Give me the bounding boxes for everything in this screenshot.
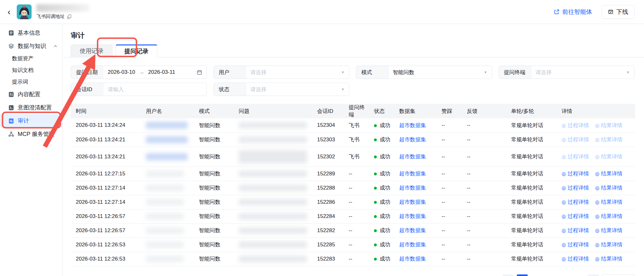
status-dot	[374, 201, 377, 204]
process-detail-link[interactable]: ◎过程详情	[562, 170, 589, 177]
cell-mode: 智能问数	[194, 118, 234, 132]
page-number-3[interactable]: 3	[545, 274, 556, 276]
cell-terminal: --	[344, 238, 369, 252]
cell-question	[234, 252, 312, 266]
prev-page-icon[interactable]: ‹	[503, 274, 514, 276]
dataset-link[interactable]: 超市数据集	[399, 199, 426, 205]
audit-table: 时间用户名模式问题会话ID提问终端状态数据集赞踩反馈单轮/多轮详情 2026-0…	[71, 104, 635, 266]
page-number-5[interactable]: 5	[574, 274, 585, 276]
cell-dataset: 超市数据集	[394, 167, 436, 181]
column-header: 反馈	[462, 104, 506, 118]
filter-date-range[interactable]: 提问日期 2026-03-10 → 2026-03-11	[71, 66, 207, 79]
filter-status[interactable]: 状态 请选择 ▼	[214, 83, 350, 96]
process-detail-link[interactable]: ◎过程详情	[562, 198, 589, 206]
table-row: 2026-03-11 12:27:15智能问数152289--成功超市数据集--…	[71, 167, 635, 181]
cell-status: 成功	[369, 181, 394, 195]
process-detail-link[interactable]: ◎过程详情	[562, 213, 589, 220]
dataset-link[interactable]: 超市数据集	[399, 154, 426, 160]
process-detail-link[interactable]: ◎过程详情	[562, 153, 589, 160]
blurred-question	[239, 185, 307, 191]
eye-icon: ◎	[595, 137, 599, 143]
status-dot	[374, 244, 377, 246]
filter-session-id[interactable]: 会话ID 请输入	[71, 83, 207, 96]
process-detail-link[interactable]: ◎过程详情	[562, 227, 589, 234]
dataset-link[interactable]: 超市数据集	[399, 256, 426, 262]
eye-icon: ◎	[562, 227, 566, 233]
dataset-link[interactable]: 超市数据集	[399, 171, 426, 177]
result-detail-link[interactable]: ◎结果详情	[595, 136, 623, 143]
calendar-icon[interactable]	[197, 70, 202, 75]
sidebar-item-基本信息[interactable]: 基本信息	[0, 26, 63, 39]
result-detail-link[interactable]: ◎结果详情	[595, 227, 623, 234]
eye-icon: ◎	[562, 122, 566, 128]
cell-dataset: 超市数据集	[394, 209, 436, 223]
blurred-question	[239, 256, 307, 262]
goto-agent-label: 前往智能体	[562, 8, 592, 16]
filter-terminal[interactable]: 提问终端 请选择 ▼	[499, 66, 635, 79]
cell-details: ◎过程详情◎结果详情	[557, 132, 635, 147]
sidebar-item-知识文档[interactable]: 知识文档	[0, 64, 63, 76]
sidebar-item-MCP 服务管理[interactable]: MCP 服务管理	[0, 127, 63, 141]
result-detail-link[interactable]: ◎结果详情	[595, 255, 623, 262]
date-end-value[interactable]: 2026-03-11	[148, 69, 175, 75]
sidebar-item-审计[interactable]: 审计	[0, 114, 63, 127]
filter-user[interactable]: 用户 请选择 ▼	[214, 66, 350, 79]
result-detail-link[interactable]: ◎结果详情	[595, 122, 623, 129]
sidebar-item-意图澄清配置[interactable]: 意图澄清配置	[0, 101, 63, 114]
page-size-select[interactable]: 10 条/页 ▼	[602, 274, 635, 276]
page-number-2[interactable]: 2	[531, 274, 542, 276]
cell-time: 2026-03-11 12:26:57	[71, 209, 141, 223]
process-detail-link[interactable]: ◎过程详情	[562, 255, 589, 262]
cell-mode: 智能问数	[194, 147, 234, 167]
cell-session-id: 152285	[312, 238, 344, 252]
dataset-link[interactable]: 超市数据集	[399, 137, 426, 143]
page-number-1[interactable]: 1	[517, 274, 528, 276]
process-detail-link[interactable]: ◎过程详情	[562, 122, 589, 129]
filter-date-label: 提问日期	[71, 66, 103, 79]
sidebar-item-提示词[interactable]: 提示词	[0, 76, 63, 88]
result-detail-link[interactable]: ◎结果详情	[595, 153, 623, 160]
process-detail-link[interactable]: ◎过程详情	[562, 136, 589, 143]
tab-question-record[interactable]: 提问记录	[116, 44, 157, 57]
page-number-4[interactable]: 4	[559, 274, 570, 276]
sidebar-item-数据资产[interactable]: 数据资产	[0, 53, 63, 64]
cell-session-id: 152302	[312, 147, 344, 167]
offline-button[interactable]: 下线	[602, 5, 635, 19]
cell-status: 成功	[369, 238, 394, 252]
date-start-value[interactable]: 2026-03-10	[108, 69, 135, 75]
blurred-question	[239, 150, 307, 163]
back-icon[interactable]: ‹	[8, 8, 10, 16]
dropdown-caret-icon: ▼	[341, 87, 345, 91]
filter-mode[interactable]: 模式 智能问数 ▼	[356, 66, 492, 79]
cell-session-id: 152282	[312, 223, 344, 238]
page-title: 审计	[71, 31, 635, 40]
result-detail-link[interactable]: ◎结果详情	[595, 184, 623, 191]
result-detail-link[interactable]: ◎结果详情	[595, 213, 623, 220]
dataset-link[interactable]: 超市数据集	[399, 122, 426, 128]
user-placeholder: 请选择	[250, 69, 267, 76]
cell-feedback: --	[462, 181, 506, 195]
blurred-username	[146, 199, 184, 205]
cell-question	[234, 195, 312, 209]
dataset-link[interactable]: 超市数据集	[399, 242, 426, 248]
result-detail-link[interactable]: ◎结果详情	[595, 241, 623, 248]
dataset-link[interactable]: 超市数据集	[399, 185, 426, 191]
process-detail-link[interactable]: ◎过程详情	[562, 241, 589, 248]
dataset-link[interactable]: 超市数据集	[399, 227, 426, 233]
result-detail-link[interactable]: ◎结果详情	[595, 170, 623, 177]
sidebar-item-内容配置[interactable]: 内容配置	[0, 88, 63, 101]
status-dot	[374, 229, 377, 232]
cell-details: ◎过程详情◎结果详情	[557, 252, 635, 266]
chevron-up-icon[interactable]	[53, 44, 57, 48]
tab-usage-record[interactable]: 使用记录	[71, 44, 112, 57]
goto-agent-link[interactable]: 前往智能体	[554, 8, 592, 16]
cell-question	[234, 118, 312, 132]
cell-time: 2026-03-11 12:26:53	[71, 252, 141, 266]
dataset-link[interactable]: 超市数据集	[399, 213, 426, 219]
copy-icon[interactable]	[67, 15, 71, 19]
sidebar-item-数据与知识[interactable]: 数据与知识	[0, 39, 63, 53]
result-detail-link[interactable]: ◎结果详情	[595, 198, 623, 206]
next-page-icon[interactable]: ›	[588, 274, 599, 276]
cell-username	[141, 147, 194, 167]
process-detail-link[interactable]: ◎过程详情	[562, 184, 589, 191]
